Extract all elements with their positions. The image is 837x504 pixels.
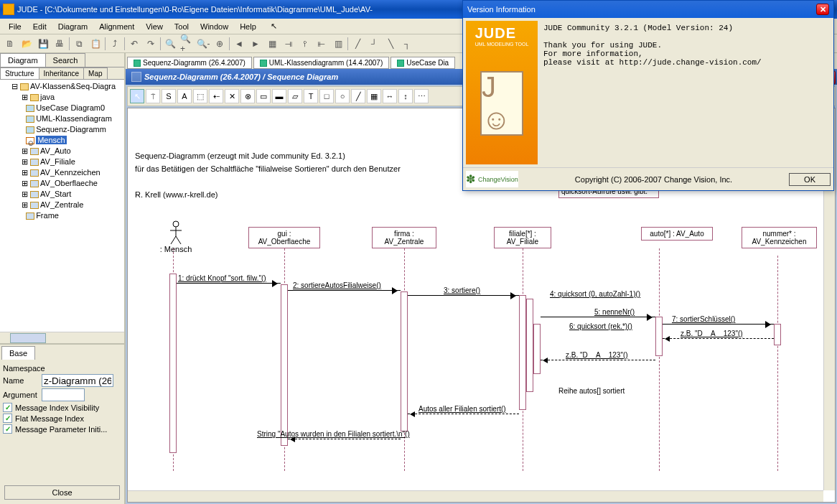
v-align-tool[interactable]: ↕ — [398, 89, 413, 103]
menu-tool[interactable]: Tool — [169, 21, 195, 32]
menu-window[interactable]: Window — [195, 21, 234, 32]
subtab-map[interactable]: Map — [83, 67, 107, 79]
tree-item[interactable]: UseCase Diagram0 — [36, 103, 105, 112]
argument-input[interactable] — [42, 388, 85, 401]
more-tool[interactable]: ⋯ — [414, 89, 429, 103]
tree-item[interactable]: java — [40, 93, 55, 101]
select-tool[interactable]: ↖ — [130, 89, 144, 103]
lifeline-filiale[interactable]: filiale[*] : AV_Filiale — [494, 227, 551, 248]
popup-line1: Thank you for using JUDE. — [543, 41, 825, 50]
lifeline-nummer[interactable]: nummer* : AV_Kennzeichen — [742, 227, 817, 248]
arrow-m2 — [288, 290, 401, 291]
save-icon[interactable]: 💾 — [36, 37, 50, 51]
check-msg-param[interactable]: ✓ — [3, 424, 12, 434]
check-flat-msg[interactable]: ✓ — [3, 414, 12, 423]
zoom-fit-icon[interactable]: 🔍 — [163, 37, 177, 51]
sync-msg-tool[interactable]: S — [162, 89, 176, 103]
lifeline-auto-line — [659, 248, 660, 471]
state-tool[interactable]: ▬ — [272, 89, 286, 103]
align-icon[interactable]: ▦ — [265, 37, 279, 51]
actor-mensch[interactable]: : Mensch — [158, 220, 194, 253]
open-icon[interactable]: 📂 — [19, 37, 34, 51]
print-icon[interactable]: 🖶 — [52, 37, 67, 51]
async-msg-tool[interactable]: A — [177, 89, 192, 103]
subtab-structure[interactable]: Structure — [0, 67, 39, 79]
reply-msg-tool[interactable]: ⇠ — [209, 89, 223, 103]
fragment-tool[interactable]: ▭ — [256, 89, 271, 103]
file-tab-active[interactable]: Sequenz-Diagramm (26.4.2007) — [127, 57, 252, 69]
tree-item[interactable]: AV_Oberflaeche — [40, 179, 98, 187]
popup-close-button[interactable]: ✕ — [816, 4, 829, 15]
diag-text-3: R. Krell (www.r-krell.de) — [135, 190, 218, 199]
export-icon[interactable]: ⤴ — [108, 37, 122, 51]
new-icon[interactable]: 🗎 — [3, 37, 17, 51]
tree-item[interactable]: Sequenz-Diagramm — [36, 125, 106, 134]
tree-item[interactable]: AV_Filiale — [40, 157, 75, 166]
line3-icon[interactable]: ╲ — [383, 37, 398, 51]
menu-file[interactable]: File — [3, 21, 27, 32]
tree-item[interactable]: UML-Klassendiagram — [36, 114, 112, 123]
menu-edit[interactable]: Edit — [27, 21, 52, 32]
create-msg-tool[interactable]: ⬚ — [193, 89, 207, 103]
line4-icon[interactable]: ┐ — [400, 37, 414, 51]
line2-icon[interactable]: ┘ — [367, 37, 381, 51]
structure-tree[interactable]: ⊟ AV-Klassen&Seq-Diagra ⊞ java UseCase D… — [0, 80, 124, 332]
tree-root[interactable]: AV-Klassen&Seq-Diagra — [30, 82, 116, 90]
menu-view[interactable]: View — [140, 21, 169, 32]
close-button-panel[interactable]: Close — [4, 485, 120, 500]
align-center-icon[interactable]: ⫯ — [298, 37, 312, 51]
menu-diagram[interactable]: Diagram — [52, 21, 94, 32]
tree-item[interactable]: AV_Start — [40, 190, 71, 198]
align-right-icon[interactable]: ⫦ — [314, 37, 329, 51]
h-align-tool[interactable]: ↔ — [383, 89, 397, 103]
file-tab[interactable]: UML-Klassendiagramm (14.4.2007) — [253, 57, 389, 69]
paste-icon[interactable]: 📋 — [88, 37, 103, 51]
tab-base[interactable]: Base — [1, 346, 35, 360]
line1-icon[interactable]: ╱ — [350, 37, 365, 51]
subtab-inheritance[interactable]: Inheritance — [39, 67, 84, 79]
tab-search[interactable]: Search — [45, 53, 86, 67]
tree-item[interactable]: AV_Kennzeichen — [40, 168, 100, 177]
lifeline-tool[interactable]: ⍑ — [146, 89, 160, 103]
changevision-label: ✽ChangeVision — [466, 171, 518, 187]
lifeline-firma[interactable]: firma : AV_Zentrale — [372, 227, 436, 248]
tree-hscroll[interactable] — [0, 332, 124, 343]
lifeline-auto[interactable]: auto[*] : AV_Auto — [641, 227, 713, 241]
menu-help[interactable]: Help — [234, 21, 262, 32]
activation-filiale — [519, 295, 526, 410]
note-tool[interactable]: ▱ — [288, 89, 302, 103]
cursor-icon: ↖ — [265, 20, 283, 32]
copy-icon[interactable]: ⧉ — [72, 37, 86, 51]
ok-button[interactable]: OK — [789, 173, 831, 186]
align-left-icon[interactable]: ⫣ — [281, 37, 296, 51]
tree-item[interactable]: Frame — [36, 211, 59, 220]
check-msg-index-vis[interactable]: ✓ — [3, 403, 12, 412]
arrow-r4 — [408, 414, 519, 414]
destroy-tool[interactable]: ✕ — [225, 89, 239, 103]
undo-icon[interactable]: ↶ — [127, 37, 141, 51]
redo-icon[interactable]: ↷ — [144, 37, 158, 51]
popup-line3: please visit at http://jude.change-visio… — [543, 58, 825, 67]
file-tab[interactable]: UseCase Dia — [391, 57, 455, 69]
zoom-out-icon[interactable]: 🔍- — [196, 37, 210, 51]
image-tool[interactable]: ▦ — [367, 89, 381, 103]
back-icon[interactable]: ◄ — [232, 37, 246, 51]
name-input[interactable] — [42, 374, 113, 387]
lifeline-gui[interactable]: gui : AV_Oberflaeche — [248, 227, 320, 248]
tree-item[interactable]: AV_Zentrale — [40, 200, 83, 209]
line-tool[interactable]: ╱ — [351, 89, 365, 103]
menu-alignment[interactable]: Alignment — [93, 21, 140, 32]
tab-diagram[interactable]: Diagram — [0, 53, 46, 67]
left-panel: Diagram Search Structure Inheritance Map… — [0, 53, 126, 504]
zoom-in-icon[interactable]: 🔍+ — [179, 37, 194, 51]
forward-icon[interactable]: ► — [248, 37, 263, 51]
canvas-hscroll[interactable] — [128, 490, 823, 502]
distribute-icon[interactable]: ▥ — [331, 37, 345, 51]
rect-tool[interactable]: □ — [319, 89, 334, 103]
text-tool[interactable]: T — [304, 89, 318, 103]
tree-item[interactable]: AV_Auto — [40, 146, 71, 155]
zoom-100-icon[interactable]: ⊕ — [212, 37, 227, 51]
stop-tool[interactable]: ⊗ — [240, 89, 255, 103]
round-tool[interactable]: ○ — [335, 89, 350, 103]
tree-item-selected[interactable]: Mensch — [36, 136, 67, 144]
